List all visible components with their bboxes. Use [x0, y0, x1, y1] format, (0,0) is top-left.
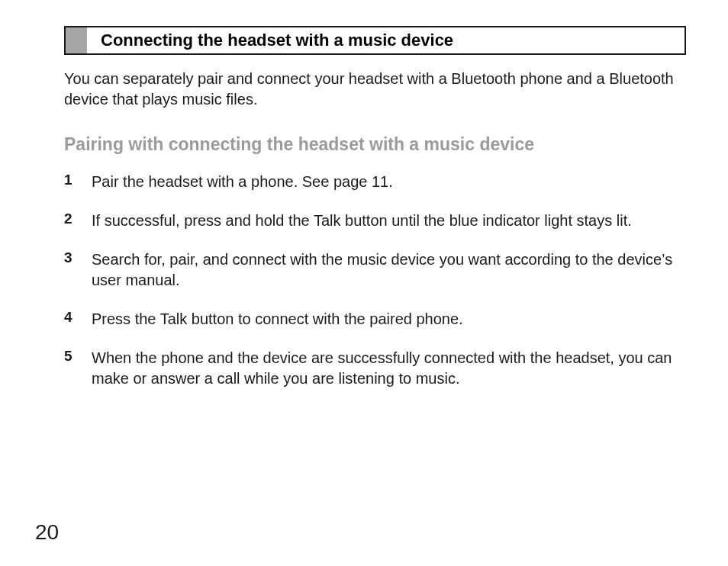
step-item: 1 Pair the headset with a phone. See pag… — [64, 172, 686, 192]
section-header: Connecting the headset with a music devi… — [64, 26, 686, 55]
step-item: 3 Search for, pair, and connect with the… — [64, 249, 686, 291]
step-text: If successful, press and hold the Talk b… — [92, 211, 632, 231]
step-number: 1 — [64, 172, 92, 188]
intro-paragraph: You can separately pair and connect your… — [64, 69, 686, 110]
subheading: Pairing with connecting the headset with… — [64, 134, 686, 155]
step-text: When the phone and the device are succes… — [92, 348, 686, 389]
step-item: 5 When the phone and the device are succ… — [64, 348, 686, 389]
step-number: 5 — [64, 348, 92, 365]
section-tab — [66, 27, 87, 53]
step-text: Pair the headset with a phone. See page … — [92, 172, 393, 192]
step-item: 2 If successful, press and hold the Talk… — [64, 211, 686, 231]
step-list: 1 Pair the headset with a phone. See pag… — [64, 172, 686, 389]
page-number: 20 — [35, 520, 59, 545]
step-number: 3 — [64, 249, 92, 266]
step-text: Search for, pair, and connect with the m… — [92, 249, 686, 291]
manual-page: Connecting the headset with a music devi… — [0, 0, 728, 566]
section-title: Connecting the headset with a music devi… — [87, 27, 685, 53]
step-number: 2 — [64, 211, 92, 227]
step-item: 4 Press the Talk button to connect with … — [64, 309, 686, 330]
step-text: Press the Talk button to connect with th… — [92, 309, 463, 330]
step-number: 4 — [64, 309, 92, 326]
